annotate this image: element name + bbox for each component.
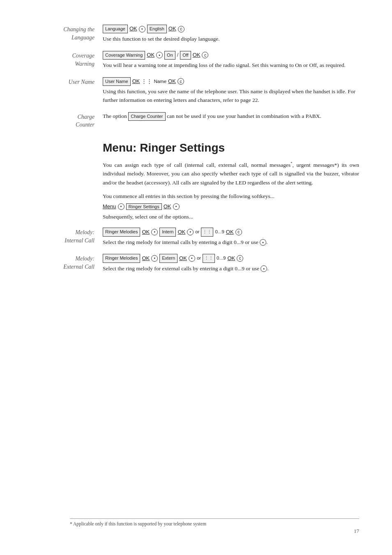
key-ok1: OK: [129, 25, 137, 33]
key-ringer-settings: Ringer Settings: [126, 203, 162, 210]
key-sequence-ringer-menu: Menu • Ringer Settings OK •: [103, 203, 359, 210]
section-content-melody-internal: Ringer Melodies OK • Intern OK • or ⋮⋮ 0…: [103, 228, 359, 246]
key-english: English: [147, 25, 167, 33]
key-nav-me2: •: [189, 255, 195, 262]
key-sequence-language: Language OK • English OK c: [103, 25, 359, 33]
key-alpha-me: ⋮⋮: [203, 254, 215, 263]
key-charge-counter-inline: Charge Counter: [128, 112, 165, 121]
key-coverage-warning: Coverage Warning: [103, 51, 145, 60]
section-user-name: User Name User Name OK ⋮⋮ Name OK c Usin…: [33, 77, 359, 105]
key-alpha-mi: ⋮⋮: [201, 228, 213, 236]
key-digits-mi: 0...9: [215, 228, 224, 236]
charge-text-after: can not be used if you use your handset …: [166, 113, 321, 119]
key-nav-mi: •: [151, 229, 158, 235]
key-ok-me1: OK: [142, 254, 150, 263]
section-melody-internal: Melody: Internal Call Ringer Melodies OK…: [33, 228, 359, 246]
section-content-changing-language: Language OK • English OK c Use this func…: [103, 25, 359, 44]
description-melody-external: Select the ring melody for external call…: [103, 265, 359, 273]
key-ok-mi3: OK: [226, 228, 234, 236]
ringer-settings-section: Menu: Ringer Settings You can assign eac…: [33, 141, 359, 221]
key-sequence-coverage: Coverage Warning OK • On / Off OK c: [103, 51, 359, 60]
section-changing-language: Changing the Language Language OK • Engl…: [33, 25, 359, 44]
key-ok-un2: OK: [168, 77, 176, 85]
sep-slash: /: [177, 51, 178, 59]
section-melody-external: Melody: External Call Ringer Melodies OK…: [33, 254, 359, 273]
key-ok-me3: OK: [228, 254, 235, 263]
ringer-settings-heading: Menu: Ringer Settings: [103, 141, 359, 154]
section-label-charge: Charge Counter: [33, 112, 103, 129]
page-number: 17: [354, 528, 359, 534]
key-ok2: OK: [168, 25, 176, 33]
key-on: On: [164, 51, 175, 60]
ringer-settings-intro: You can assign each type of call (intern…: [103, 160, 359, 187]
key-or-me: or: [197, 255, 201, 262]
key-nav1: •: [139, 26, 145, 32]
key-nav-inline-me: •: [261, 265, 267, 272]
description-melody-internal: Select the ring melody for internal call…: [103, 238, 359, 247]
key-back-mi: c: [235, 229, 242, 235]
key-user-name: User Name: [103, 77, 131, 86]
key-nav-ringer: •: [173, 203, 180, 210]
key-ringer-melodies-1: Ringer Melodies: [103, 228, 140, 236]
section-charge-counter: Charge Counter The option Charge Counter…: [33, 112, 359, 129]
key-ok-ringer: OK: [164, 203, 171, 210]
section-content-melody-external: Ringer Melodies OK • Extern OK • or ⋮⋮ 0…: [103, 254, 359, 273]
key-digits-me: 0...9: [217, 255, 226, 262]
key-or-mi: or: [195, 228, 199, 236]
description-language: Use this function to set the desired dis…: [103, 35, 359, 44]
key-back-me: c: [237, 255, 243, 262]
section-label-melody-external: Melody: External Call: [33, 254, 103, 273]
key-sequence-melody-internal: Ringer Melodies OK • Intern OK • or ⋮⋮ 0…: [103, 228, 359, 236]
key-ok-un1: OK: [132, 77, 140, 85]
key-name-text: Name: [154, 78, 166, 85]
charge-text-before: The option: [103, 113, 128, 119]
key-sequence-username: User Name OK ⋮⋮ Name OK c: [103, 77, 359, 86]
key-nav-menu: •: [118, 203, 125, 210]
key-intern: Intern: [159, 228, 176, 236]
key-extern: Extern: [159, 254, 178, 263]
section-label-melody-internal: Melody: Internal Call: [33, 228, 103, 246]
ringer-select-text: Subsequently, select one of the options.…: [103, 212, 359, 221]
section-coverage-warning: Coverage Warning Coverage Warning OK • O…: [33, 51, 359, 70]
key-ok-mi1: OK: [142, 228, 150, 236]
key-back1: c: [178, 26, 184, 32]
key-back-cov: c: [202, 52, 208, 58]
footnote-text: * Applicable only if this function is su…: [70, 521, 206, 526]
footnote-area: * Applicable only if this function is su…: [70, 518, 359, 526]
description-coverage: You will hear a warning tone at impendin…: [103, 61, 359, 70]
key-nav-mi2: •: [187, 229, 194, 235]
key-language: Language: [103, 25, 128, 33]
key-ok-cov2: OK: [193, 51, 201, 59]
key-alpha: ⋮⋮: [141, 77, 152, 85]
key-off: Off: [180, 51, 191, 60]
section-label-username: User Name: [33, 77, 103, 105]
section-content-coverage: Coverage Warning OK • On / Off OK c You …: [103, 51, 359, 70]
key-ok-mi2: OK: [178, 228, 185, 236]
key-ok-me2: OK: [179, 254, 187, 263]
key-nav-me: •: [151, 255, 158, 262]
key-ringer-melodies-2: Ringer Melodies: [103, 254, 140, 263]
key-menu: Menu: [103, 203, 116, 210]
key-ok-cov1: OK: [147, 51, 154, 59]
section-content-charge: The option Charge Counter can not be use…: [103, 112, 359, 129]
section-content-username: User Name OK ⋮⋮ Name OK c Using this fun…: [103, 77, 359, 105]
key-nav-inline-mi: •: [260, 239, 266, 246]
ringer-follow-text: You commence all entries in this section…: [103, 192, 359, 201]
key-sequence-melody-external: Ringer Melodies OK • Extern OK • or ⋮⋮ 0…: [103, 254, 359, 263]
page: Changing the Language Language OK • Engl…: [0, 0, 392, 555]
section-label-changing-language: Changing the Language: [33, 25, 103, 44]
description-username: Using this function, you save the name o…: [103, 88, 359, 105]
key-back-un: c: [178, 78, 184, 85]
section-label-coverage: Coverage Warning: [33, 51, 103, 70]
key-nav-cov: •: [156, 52, 163, 58]
